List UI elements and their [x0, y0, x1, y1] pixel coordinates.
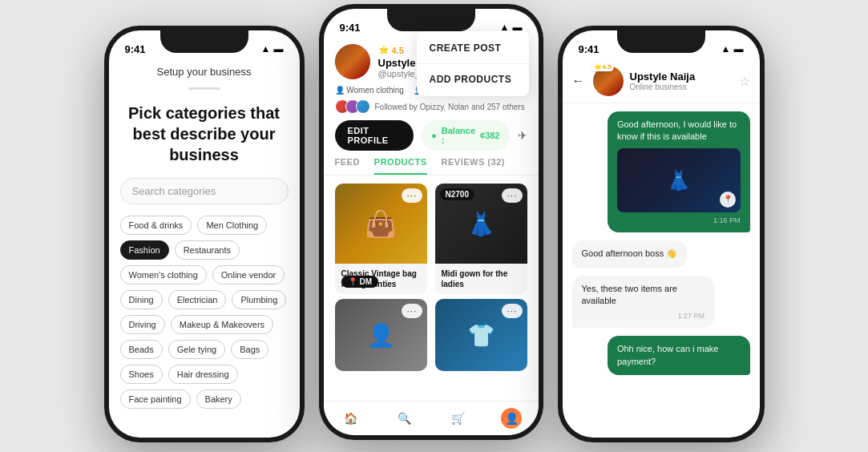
send-icon[interactable]: ✈ — [518, 129, 527, 142]
msg-text-4: Ohh nice, how can i make payment? — [617, 344, 719, 365]
search-categories[interactable]: Search categories — [120, 178, 289, 204]
nav-home[interactable]: 🏠 — [340, 408, 361, 429]
rating-value: 4.5 — [392, 46, 404, 55]
tag-womens-clothing[interactable]: Women's clothing — [120, 265, 207, 285]
phone-3: 9:41 ▲ ▬ ← ⭐ 4.5 Upstyle Naija Online bu… — [558, 26, 765, 442]
products-grid: 👜 ··· 📍 DM Classic Vintage bag for big a… — [324, 176, 539, 379]
create-post-item[interactable]: CREATE POST — [417, 34, 529, 62]
avatar — [335, 44, 370, 79]
tag-bakery[interactable]: Bakery — [196, 389, 241, 409]
product-card-bag[interactable]: 👜 ··· 📍 DM Classic Vintage bag for big a… — [335, 184, 427, 294]
msg-2: Good afternoon boss 👋 — [572, 240, 688, 267]
msg-3: Yes, these two items are available 1:27 … — [572, 276, 715, 328]
msg-time-3: 1:27 PM — [582, 311, 705, 321]
battery-icon-3: ▬ — [734, 43, 744, 54]
tag-fashion[interactable]: Fashion — [120, 240, 169, 260]
msg-1: Good afternoon, I would like to know if … — [608, 111, 750, 232]
tag-beads[interactable]: Beads — [120, 340, 163, 359]
tag-shoes[interactable]: Shoes — [120, 365, 163, 384]
tab-feed[interactable]: FEED — [335, 157, 360, 175]
product-card-person[interactable]: 👤 ··· — [335, 299, 427, 371]
phone-2: CREATE POST ADD PRODUCTS 9:41 ▲ ▬ ⭐ 4.5 — [319, 4, 543, 440]
balance-label: Balance : — [442, 126, 475, 145]
followed-by: Followed by Opizzy, Nolan and 257 others — [335, 99, 527, 114]
msg-time-1: 1:16 PM — [617, 216, 741, 226]
tag-gele[interactable]: Gele tying — [168, 340, 226, 359]
avatar-image — [335, 44, 370, 79]
tab-reviews[interactable]: REVIEWS (32) — [442, 157, 505, 175]
msg-text-3: Yes, these two items are available — [582, 284, 677, 305]
location-dot: 📍 — [348, 277, 357, 286]
nav-cart[interactable]: 🛒 — [447, 408, 468, 429]
product-options-4[interactable]: ··· — [502, 304, 522, 318]
bottom-nav: 🏠 🔍 🛒 👤 — [324, 401, 539, 435]
product-card-gown[interactable]: 👗 ··· N2700 Midi gown for the ladies — [435, 184, 527, 294]
balance-value: ¢382 — [480, 131, 499, 140]
add-products-item[interactable]: ADD PRODUCTS — [417, 66, 529, 93]
dropdown-menu: CREATE POST ADD PRODUCTS — [417, 31, 529, 96]
phone-notch — [160, 30, 248, 53]
page-title: Pick categories that best describe your … — [120, 103, 289, 165]
tag-online-vendor[interactable]: Online vendor — [212, 265, 285, 285]
product-options-1[interactable]: ··· — [402, 188, 422, 203]
battery-icon: ▬ — [274, 43, 284, 54]
followed-text: Followed by Opizzy, Nolan and 257 others — [375, 103, 525, 111]
tag-restaurants[interactable]: Restaurants — [175, 240, 240, 260]
status-time-3: 9:41 — [579, 43, 600, 55]
tag-makeup[interactable]: Makeup & Makeovers — [171, 315, 273, 334]
chat-messages: Good afternoon, I would like to know if … — [563, 103, 760, 414]
phone-notch-3 — [617, 30, 705, 53]
tag-men-clothing[interactable]: Men Clothing — [197, 216, 267, 235]
chat-header: ← ⭐ 4.5 Upstyle Naija Online business ☆ — [563, 59, 760, 103]
product-name-gown: Midi gown for the ladies — [435, 264, 527, 294]
divider — [188, 87, 220, 90]
product-options-2[interactable]: ··· — [502, 188, 522, 203]
msg-text-1: Good afternoon, I would like to know if … — [617, 119, 737, 141]
profile-tabs: FEED PRODUCTS REVIEWS (32) — [324, 157, 539, 176]
phone-1: 9:41 ▲ ▬ Setup your business Pick catego… — [104, 26, 305, 442]
followed-avatars — [335, 99, 370, 114]
tag-hair[interactable]: Hair dressing — [168, 365, 238, 384]
wifi-icon: ▲ — [261, 43, 271, 54]
chat-rating: ⭐ 4.5 — [591, 63, 614, 71]
location-pin-icon: 📍 — [720, 192, 736, 208]
follower-avatar-3 — [356, 99, 370, 114]
chat-name: Upstyle Naija — [630, 71, 733, 83]
profile-actions: EDIT PROFILE ● Balance : ¢382 ✈ — [335, 120, 527, 151]
tag-driving[interactable]: Driving — [120, 315, 165, 334]
balance-dot: ● — [431, 131, 437, 140]
chat-info: Upstyle Naija Online business — [630, 71, 733, 91]
back-button[interactable]: ← — [572, 74, 585, 88]
cat-women: 👤 Women clothing — [335, 86, 404, 95]
chat-status: Online business — [630, 83, 733, 91]
edit-profile-button[interactable]: EDIT PROFILE — [335, 120, 414, 151]
menu-divider — [417, 63, 529, 64]
nav-profile[interactable]: 👤 — [501, 408, 522, 429]
product-dm-badge: 📍 DM — [341, 276, 379, 288]
status-icons-3: ▲ ▬ — [721, 43, 744, 54]
status-time-2: 9:41 — [340, 22, 361, 34]
chat-avatar: ⭐ 4.5 — [593, 66, 624, 96]
product-options-3[interactable]: ··· — [402, 304, 422, 318]
phone1-content: Setup your business Pick categories that… — [109, 59, 300, 438]
tag-plumbing[interactable]: Plumbing — [232, 290, 286, 309]
msg-4: Ohh nice, how can i make payment? — [608, 336, 750, 375]
chat-rating-value: 4.5 — [603, 63, 612, 71]
status-icons: ▲ ▬ — [261, 43, 284, 54]
star-icon: ⭐ — [378, 45, 390, 55]
bookmark-icon[interactable]: ☆ — [739, 74, 750, 89]
tag-bags[interactable]: Bags — [231, 340, 268, 359]
product-price-badge: N2700 — [440, 188, 474, 200]
msg-image-1: 👗 📍 — [617, 148, 741, 212]
product-card-shirt[interactable]: 👕 ··· — [435, 299, 527, 371]
balance-badge: ● Balance : ¢382 — [422, 120, 509, 151]
tag-food-drinks[interactable]: Food & drinks — [120, 216, 192, 235]
nav-search[interactable]: 🔍 — [394, 408, 414, 429]
tag-face-painting[interactable]: Face painting — [120, 389, 191, 409]
tag-electrician[interactable]: Electrician — [168, 290, 227, 309]
tag-dining[interactable]: Dining — [120, 290, 163, 309]
setup-header: Setup your business — [120, 66, 289, 78]
msg-text-2: Good afternoon boss 👋 — [582, 248, 678, 258]
phone-notch-2 — [387, 9, 475, 31]
tab-products[interactable]: PRODUCTS — [374, 157, 427, 175]
